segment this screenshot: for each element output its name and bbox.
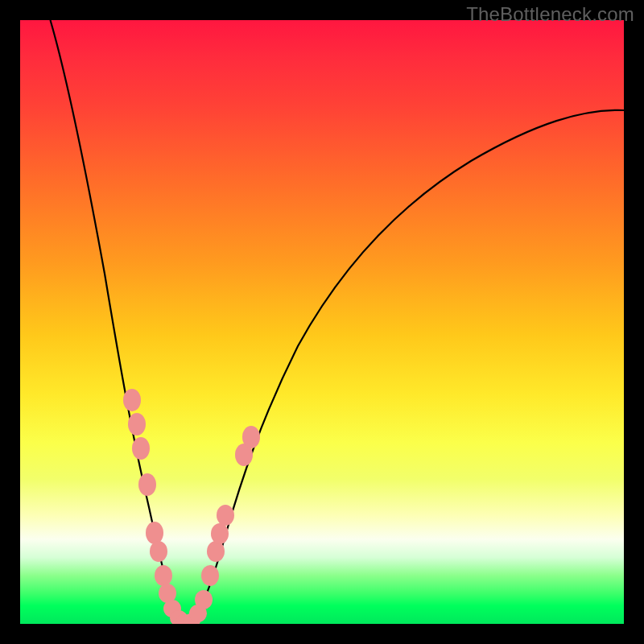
svg-point-0 xyxy=(123,389,141,411)
svg-point-16 xyxy=(211,523,229,544)
svg-point-2 xyxy=(132,437,150,460)
watermark-text: TheBottleneck.com xyxy=(466,3,634,26)
svg-point-6 xyxy=(155,565,172,586)
svg-point-5 xyxy=(150,541,167,562)
svg-point-19 xyxy=(242,426,260,448)
svg-point-14 xyxy=(201,565,219,586)
svg-point-15 xyxy=(207,541,225,562)
curves-svg xyxy=(20,20,624,624)
svg-point-13 xyxy=(195,590,213,609)
chart-frame: TheBottleneck.com xyxy=(0,0,644,644)
svg-point-3 xyxy=(138,473,156,496)
left-curve xyxy=(51,20,187,622)
right-curve xyxy=(191,110,624,622)
plot-area xyxy=(20,20,624,624)
svg-point-1 xyxy=(128,413,146,436)
svg-point-17 xyxy=(217,505,234,526)
svg-point-4 xyxy=(146,522,163,544)
marker-group xyxy=(123,389,260,624)
